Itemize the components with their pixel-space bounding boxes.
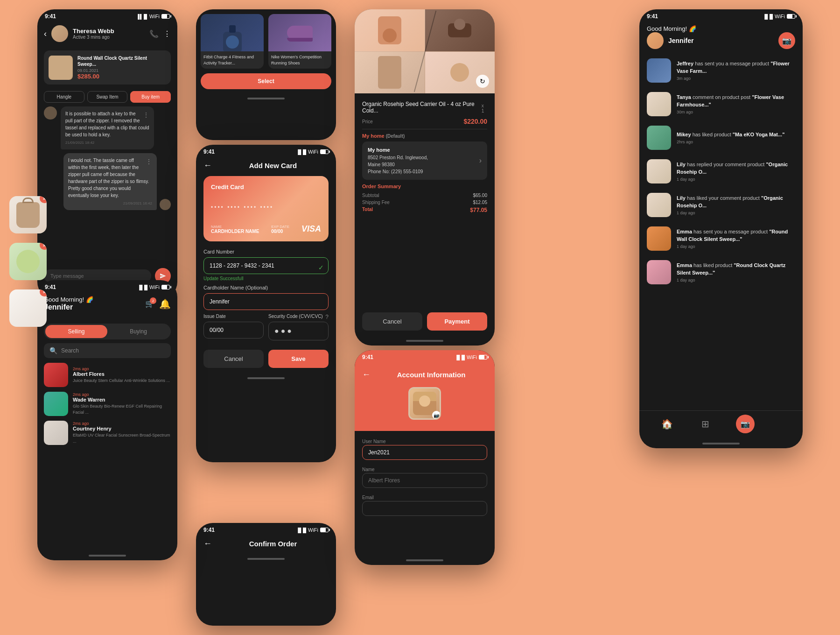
avatar-edit-icon[interactable]: 📷 [432,411,441,419]
signal-icon-8: ▐▌█ [763,14,773,19]
notif-item-7[interactable]: Emma has liked product "Round Clock Quar… [639,255,803,289]
cancel-card-button[interactable]: Cancel [203,350,264,368]
status-bar-1: 9:41 ▐▌█ WiFi [37,9,177,21]
more-icon[interactable]: ⋮ [163,29,171,38]
swap-button[interactable]: Swap Item [87,91,128,103]
address-card[interactable]: My home 8502 Preston Rd. Inglewood, Main… [362,141,487,180]
home-nav-icon[interactable]: 🏠 [659,416,675,431]
subtotal-value: $65.00 [473,193,487,198]
issue-date-field: Issue Date [203,314,264,344]
account-header-nav: ← Account Information [362,370,487,380]
wifi-icon-1: WiFi [149,14,160,19]
notifications-header: Good Morning! 🌈 Jennifer 📷 [639,21,803,51]
notif-item-4[interactable]: Lily has replied your comment product "O… [639,155,803,188]
notif-sender-5: Lily [677,195,686,201]
save-card-button[interactable]: Save [268,350,329,368]
product-card-name-2: Nike Women's Competition Running Shoes [268,51,331,69]
list-item[interactable]: 2ms ago Courtney Henry EltaMD UV Clear F… [44,421,171,445]
notifications-icon[interactable]: 🔔 [159,298,171,310]
grid-nav-icon[interactable]: ⊞ [700,416,711,431]
help-icon[interactable]: ? [325,314,329,320]
notif-item-5[interactable]: Lily has liked your comment product "Org… [639,188,803,222]
chat-contact-name: Theresa Webb [73,28,145,35]
signal-icon-7: ▐▌█ [138,285,147,290]
message-time-1: 21/09/2021 18:42 [65,140,149,146]
notif-username: Jennifer [668,37,693,44]
camera-button[interactable]: 📷 [778,32,795,49]
notif-product-5: "Organic Rosehip O... [677,195,783,208]
search-placeholder[interactable]: Search [61,347,79,354]
select-button[interactable]: Select [201,73,331,89]
address-text: My home 8502 Preston Rd. Inglewood, Main… [368,146,428,175]
username-input[interactable] [362,445,487,460]
refresh-button[interactable]: ↻ [476,75,489,88]
home-indicator-5 [355,336,495,346]
buying-tab[interactable]: Buying [107,325,169,338]
notif-text-4: Lily has replied your comment product "O… [677,161,795,176]
product-card-message: Round Wall Clock Quartz Silent Sweep... … [44,50,171,85]
order-cancel-button[interactable]: Cancel [362,312,422,331]
card-number-label: Card Number [203,249,329,254]
back-arrow-3[interactable]: ← [203,161,212,170]
cardholder-input[interactable] [203,293,329,310]
notif-sender-6: Emma [677,229,692,234]
list-item[interactable]: 2ms ago Wade Warren Glo Skin Beauty Bio-… [44,392,171,416]
phone-add-card: 9:41 ▐▌█ WiFi ← Add New Card Credit Card… [196,145,336,462]
selling-tab[interactable]: Selling [45,325,107,338]
email-input[interactable] [362,501,487,516]
list-item[interactable]: 2ms ago Albert Flores Juice Beauty Stem … [44,363,171,387]
order-product-name: Organic Rosehip Seed Carrier Oil - 4 oz … [362,101,482,114]
name-label: Name [362,467,375,472]
call-icon[interactable]: 📞 [149,29,159,38]
item-desc-2: Glo Skin Beauty Bio-Renew EGF Cell Repai… [73,403,171,415]
check-icon: ✓ [318,264,324,271]
notif-item-6[interactable]: Emma has sent you a message product "Rou… [639,222,803,255]
back-arrow-4[interactable]: ← [203,539,212,549]
account-avatar: 📷 [408,387,441,420]
notif-item-2[interactable]: Tanya comment on product post "Flower Va… [639,87,803,121]
back-button[interactable]: ‹ [44,29,47,39]
order-payment-button[interactable]: Payment [427,312,487,331]
phone-product-selection: Fitbit Charge 4 Fitness and Activity Tra… [196,9,336,140]
notif-item-1[interactable]: Jeffrey has sent you a message product "… [639,54,803,87]
back-arrow-6[interactable]: ← [362,370,371,380]
status-bar-8: 9:41 ▐▌█ WiFi [639,9,803,21]
message-text-sent-1: I would not. The tassle came off within … [68,158,149,198]
status-icons-4: ▐▌█ WiFi [296,527,329,533]
sent-message-wrapper-1: ⋮ I would not. The tassle came off withi… [44,153,171,210]
profile-nav-icon[interactable] [779,422,783,426]
handle-button[interactable]: Hangle [44,91,84,103]
notif-sender-1: Jeffrey [677,61,693,66]
notif-content-3: Mikey has liked product "Ma eKO Yoga Mat… [677,131,795,144]
home-indicator-7 [37,551,177,560]
notif-item-3[interactable]: Mikey has liked product "Ma eKO Yoga Mat… [639,121,803,155]
subtotal-label: Subtotal [362,193,379,198]
card-holder-info: NAME CARDHOLDER NAME [211,225,259,234]
name-input[interactable] [362,473,487,488]
home-indicator-3 [196,374,336,383]
notif-img-5 [647,193,671,217]
cardholder-label: Cardholder Name (Optional) [203,285,329,290]
more-options-sent[interactable]: ⋮ [146,157,152,167]
address-home-name: My home [368,146,428,154]
product-grid: Fitbit Charge 4 Fitness and Activity Tra… [196,9,336,73]
notif-img-1 [647,58,671,83]
status-time-4: 9:41 [203,527,215,533]
buy-button[interactable]: Buy item [130,91,171,103]
battery-icon-4 [320,528,329,532]
signal-icon-4: ▐▌█ [296,528,306,533]
chat-header-actions: 📞 ⋮ [149,29,171,38]
card-bottom: NAME CARDHOLDER NAME EXP DATE 00/00 VISA [211,224,321,234]
notif-greeting: Good Morning! 🌈 [647,25,795,32]
issue-date-input[interactable] [203,322,264,339]
address-arrow-icon[interactable]: › [479,156,482,165]
card-number-input[interactable] [203,257,329,274]
notif-time-2: 30m ago [677,110,795,114]
battery-icon-7 [161,285,170,289]
camera-nav-button[interactable]: 📷 [736,415,755,433]
notif-time-5: 1 day ago [677,211,795,215]
item-desc-3: EltaMD UV Clear Facial Sunscreen Broad-S… [73,432,171,444]
more-options[interactable]: ⋮ [143,110,149,120]
item-info-1: 2ms ago Albert Flores Juice Beauty Stem … [73,367,171,384]
cart-icon-badge[interactable]: 🛒 2 [145,299,154,308]
